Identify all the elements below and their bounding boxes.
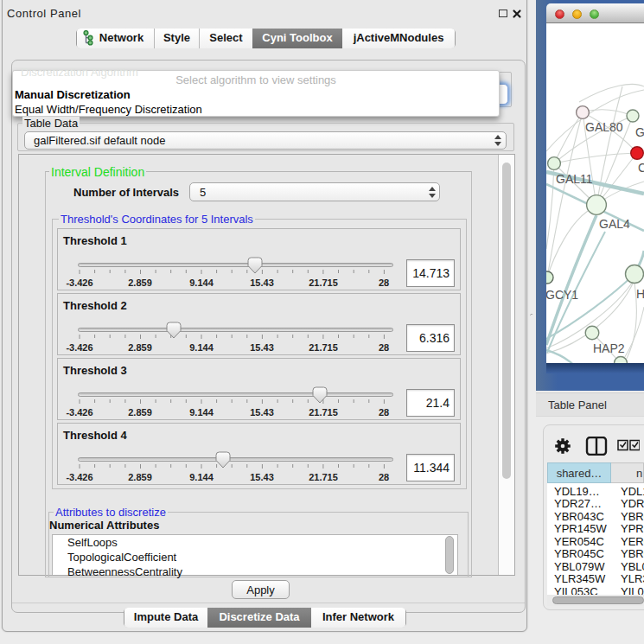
svg-text:GCY1: GCY1 — [546, 288, 578, 302]
svg-text:GAL11: GAL11 — [556, 172, 593, 186]
svg-text:GA: GA — [635, 125, 644, 139]
svg-text:H: H — [636, 287, 644, 301]
svg-text:HAP2: HAP2 — [593, 341, 625, 355]
svg-text:C: C — [638, 161, 644, 175]
svg-text:GAL80: GAL80 — [585, 120, 623, 134]
svg-text:GAL4: GAL4 — [599, 217, 630, 231]
